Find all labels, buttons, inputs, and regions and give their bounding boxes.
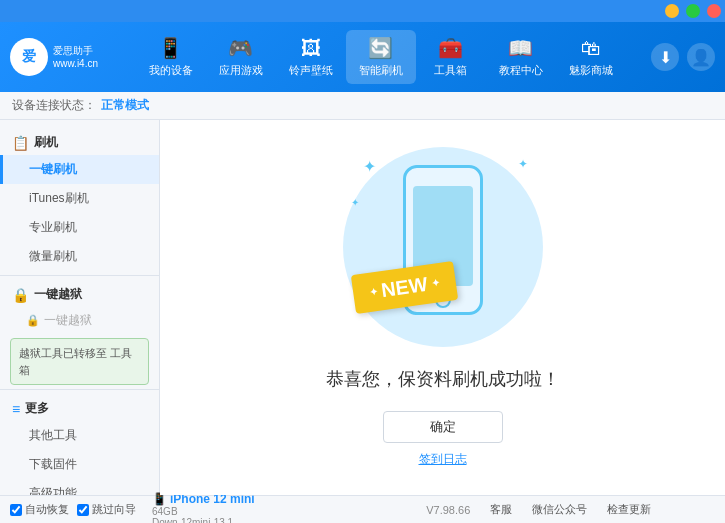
nav-icon-my-device: 📱 — [158, 36, 183, 60]
nav-label-smart-flash: 智能刷机 — [359, 63, 403, 78]
nav-label-apps-games: 应用游戏 — [219, 63, 263, 78]
nav-item-apps-games[interactable]: 🎮应用游戏 — [206, 30, 276, 84]
auto-connect-input[interactable] — [10, 504, 22, 516]
sidebar-divider — [0, 275, 159, 276]
status-label: 设备连接状态： — [12, 97, 96, 114]
skip-wizard-label: 跳过向导 — [92, 502, 136, 517]
wechat-link[interactable]: 微信公众号 — [532, 502, 587, 517]
section-icon-flash: 📋 — [12, 135, 29, 151]
locked-item-one-click-restore: 🔒一键越狱 — [0, 307, 159, 334]
sidebar-divider — [0, 389, 159, 390]
sparkle-2: ✦ — [518, 157, 528, 171]
logo-area: 爱 爱思助手 www.i4.cn — [10, 38, 110, 76]
section-title-one-click-restore: 一键越狱 — [34, 286, 82, 303]
nav-item-smart-flash[interactable]: 🔄智能刷机 — [346, 30, 416, 84]
nav-icon-toolbox: 🧰 — [438, 36, 463, 60]
nav-item-ringtone-wallpaper[interactable]: 🖼铃声壁纸 — [276, 30, 346, 84]
section-icon-one-click-restore: 🔒 — [12, 287, 29, 303]
section-icon-more: ≡ — [12, 401, 20, 417]
device-firmware: Down-12mini-13,1 — [152, 517, 255, 524]
daily-button[interactable]: 签到日志 — [419, 451, 467, 468]
sidebar-item-download-firmware[interactable]: 下载固件 — [0, 450, 159, 479]
bottom-left: 自动恢复 跳过向导 📱 iPhone 12 mini 64GB Down-12m… — [10, 492, 363, 524]
confirm-button[interactable]: 确定 — [383, 411, 503, 443]
nav-icon-tutorial: 📖 — [508, 36, 533, 60]
sidebar-section-one-click-restore: 🔒一键越狱 — [0, 280, 159, 307]
auto-connect-label: 自动恢复 — [25, 502, 69, 517]
nav-item-tutorial[interactable]: 📖教程中心 — [486, 30, 556, 84]
sidebar-item-one-click-flash[interactable]: 一键刷机 — [0, 155, 159, 184]
sparkle-3: ✦ — [351, 197, 359, 208]
version-text: V7.98.66 — [426, 504, 470, 516]
nav-icon-smart-flash: 🔄 — [368, 36, 393, 60]
logo-icon: 爱 — [10, 38, 48, 76]
sidebar: 📋刷机一键刷机iTunes刷机专业刷机微量刷机🔒一键越狱🔒一键越狱越狱工具已转移… — [0, 120, 160, 495]
section-title-flash: 刷机 — [34, 134, 58, 151]
nav-item-meinv-shop[interactable]: 🛍魅影商城 — [556, 30, 626, 84]
download-button[interactable]: ⬇ — [651, 43, 679, 71]
sparkle-1: ✦ — [363, 157, 376, 176]
device-info: 📱 iPhone 12 mini 64GB Down-12mini-13,1 — [152, 492, 255, 524]
status-value: 正常模式 — [101, 97, 149, 114]
auto-connect-checkbox[interactable]: 自动恢复 — [10, 502, 69, 517]
sidebar-item-other-tools[interactable]: 其他工具 — [0, 421, 159, 450]
status-bar: 设备连接状态： 正常模式 — [0, 92, 725, 120]
bottom-center: V7.98.66 客服 微信公众号 检查更新 — [363, 502, 716, 517]
title-bar — [0, 0, 725, 22]
minimize-button[interactable] — [665, 4, 679, 18]
customer-service-link[interactable]: 客服 — [490, 502, 512, 517]
header: 爱 爱思助手 www.i4.cn 📱我的设备🎮应用游戏🖼铃声壁纸🔄智能刷机🧰工具… — [0, 22, 725, 92]
window-controls — [661, 4, 721, 18]
nav-icon-apps-games: 🎮 — [228, 36, 253, 60]
logo-text: 爱思助手 www.i4.cn — [53, 44, 98, 70]
sidebar-section-flash: 📋刷机 — [0, 128, 159, 155]
nav-label-tutorial: 教程中心 — [499, 63, 543, 78]
nav-icon-meinv-shop: 🛍 — [581, 37, 601, 60]
bottom-bar: 自动恢复 跳过向导 📱 iPhone 12 mini 64GB Down-12m… — [0, 495, 725, 523]
nav-label-ringtone-wallpaper: 铃声壁纸 — [289, 63, 333, 78]
nav-icon-ringtone-wallpaper: 🖼 — [301, 37, 321, 60]
skip-wizard-input[interactable] — [77, 504, 89, 516]
content-area: ✦ ✦ ✦ NEW 恭喜您，保资料刷机成功啦！ 确定 签到日志 — [160, 120, 725, 495]
sidebar-item-itunes-flash[interactable]: iTunes刷机 — [0, 184, 159, 213]
device-storage: 64GB — [152, 506, 255, 517]
header-actions: ⬇ 👤 — [651, 43, 715, 71]
nav-items: 📱我的设备🎮应用游戏🖼铃声壁纸🔄智能刷机🧰工具箱📖教程中心🛍魅影商城 — [110, 30, 651, 84]
user-button[interactable]: 👤 — [687, 43, 715, 71]
nav-label-my-device: 我的设备 — [149, 63, 193, 78]
check-update-link[interactable]: 检查更新 — [607, 502, 651, 517]
nav-label-toolbox: 工具箱 — [434, 63, 467, 78]
close-button[interactable] — [707, 4, 721, 18]
phone-illustration: ✦ ✦ ✦ NEW — [343, 147, 543, 347]
skip-wizard-checkbox[interactable]: 跳过向导 — [77, 502, 136, 517]
nav-label-meinv-shop: 魅影商城 — [569, 63, 613, 78]
sidebar-section-more: ≡更多 — [0, 394, 159, 421]
lock-icon: 🔒 — [26, 314, 40, 327]
nav-item-my-device[interactable]: 📱我的设备 — [136, 30, 206, 84]
sidebar-item-restore-flash[interactable]: 微量刷机 — [0, 242, 159, 271]
main-layout: 📋刷机一键刷机iTunes刷机专业刷机微量刷机🔒一键越狱🔒一键越狱越狱工具已转移… — [0, 120, 725, 495]
success-text: 恭喜您，保资料刷机成功啦！ — [326, 367, 560, 391]
locked-label: 一键越狱 — [44, 312, 92, 329]
maximize-button[interactable] — [686, 4, 700, 18]
notice-box-one-click-restore: 越狱工具已转移至 工具箱 — [10, 338, 149, 385]
section-title-more: 更多 — [25, 400, 49, 417]
sidebar-item-pro-flash[interactable]: 专业刷机 — [0, 213, 159, 242]
nav-item-toolbox[interactable]: 🧰工具箱 — [416, 30, 486, 84]
